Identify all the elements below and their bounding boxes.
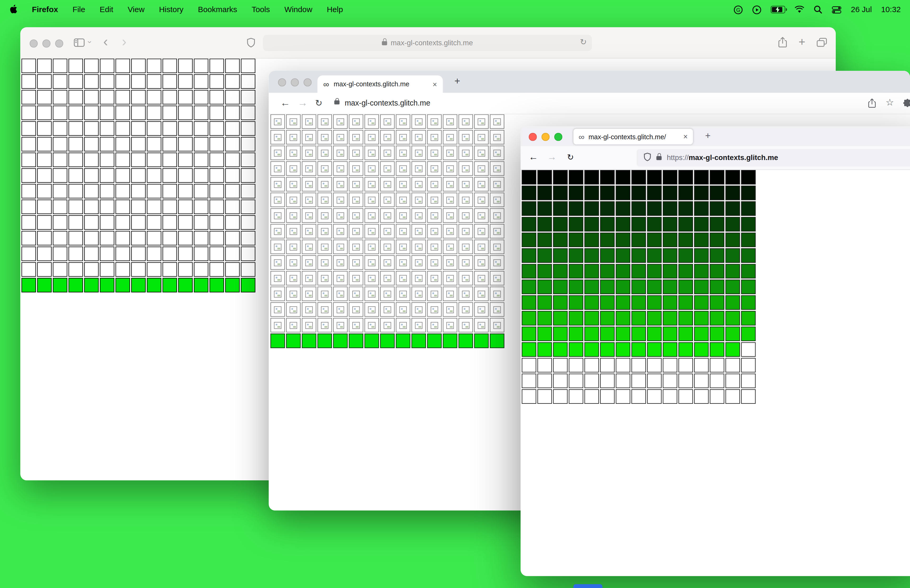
spotlight-search-icon[interactable]	[814, 5, 823, 14]
minimize-window-button[interactable]	[291, 78, 299, 87]
menu-edit[interactable]: Edit	[100, 5, 113, 14]
lock-icon[interactable]	[656, 156, 662, 160]
grid-cell	[679, 233, 693, 247]
close-tab-icon[interactable]: ×	[433, 80, 437, 89]
wifi-icon[interactable]	[795, 6, 805, 13]
broken-image-icon	[415, 244, 423, 250]
grid-cell	[37, 262, 52, 277]
tab-overview-icon[interactable]	[816, 38, 827, 49]
grid-cell	[116, 59, 130, 73]
grid-cell	[364, 287, 379, 301]
grid-cell	[396, 333, 410, 348]
firefox-url-bar[interactable]: https://max-gl-contexts.glitch.me	[637, 149, 910, 166]
grid-cell	[443, 224, 457, 239]
lock-icon[interactable]	[335, 100, 339, 104]
forward-icon[interactable]: →	[298, 98, 307, 108]
grid-cell	[412, 130, 426, 144]
menu-history[interactable]: History	[159, 5, 184, 14]
broken-image-icon	[336, 134, 344, 141]
grid-cell	[694, 342, 709, 357]
grid-cell	[490, 145, 504, 160]
menu-date[interactable]: 26 Jul	[851, 5, 872, 14]
reload-icon[interactable]: ↻	[567, 153, 574, 162]
zoom-window-button[interactable]	[55, 39, 63, 48]
menu-window[interactable]: Window	[284, 5, 312, 14]
grid-cell	[396, 224, 410, 239]
zoom-window-button[interactable]	[554, 133, 562, 141]
share-icon[interactable]	[868, 98, 876, 110]
minimize-window-button[interactable]	[541, 133, 550, 141]
new-tab-icon[interactable]: +	[798, 35, 805, 49]
reload-icon[interactable]: ↻	[580, 37, 587, 46]
bookmark-star-icon[interactable]: ☆	[886, 98, 894, 107]
browser-tab[interactable]: ∞ max-gl-contexts.glitch.me ×	[318, 76, 443, 93]
broken-image-icon	[289, 275, 297, 282]
tracking-shield-icon[interactable]	[643, 153, 651, 163]
menu-app-firefox[interactable]: Firefox	[32, 5, 58, 14]
grid-cell	[241, 184, 255, 199]
grid-cell	[537, 248, 552, 263]
url-text[interactable]: max-gl-contexts.glitch.me	[345, 99, 430, 107]
new-tab-button[interactable]: +	[454, 76, 460, 86]
grid-cell	[178, 278, 193, 292]
broken-image-icon	[430, 118, 438, 125]
menu-help[interactable]: Help	[327, 5, 343, 14]
grid-cell	[490, 177, 504, 191]
grid-cell	[679, 342, 693, 357]
chevron-down-icon[interactable]: ›	[89, 38, 91, 46]
grid-cell	[600, 311, 614, 325]
apple-menu-icon[interactable]	[9, 4, 18, 15]
menu-bookmarks[interactable]: Bookmarks	[198, 5, 237, 14]
grid-cell	[694, 326, 709, 341]
extensions-puzzle-icon[interactable]	[903, 99, 910, 110]
back-icon[interactable]: ‹	[103, 35, 108, 49]
grid-cell	[537, 264, 552, 278]
forward-icon[interactable]: ›	[122, 35, 127, 49]
back-icon[interactable]: ←	[529, 153, 538, 162]
grid-cell	[68, 168, 83, 183]
grid-cell	[162, 215, 177, 230]
minimize-window-button[interactable]	[42, 39, 50, 48]
grid-cell	[710, 233, 724, 247]
forward-icon[interactable]: →	[547, 153, 556, 162]
close-window-button[interactable]	[29, 39, 38, 48]
grid-cell	[380, 287, 395, 301]
reload-icon[interactable]: ↻	[315, 99, 323, 107]
now-playing-icon[interactable]	[752, 5, 761, 14]
grid-cell	[333, 255, 348, 270]
menu-tools[interactable]: Tools	[252, 5, 270, 14]
zoom-window-button[interactable]	[304, 78, 312, 87]
grid-cell	[412, 271, 426, 285]
broken-image-icon	[446, 291, 454, 297]
grid-cell	[474, 208, 489, 223]
close-tab-icon[interactable]: ×	[683, 132, 688, 141]
google-menu-extra-icon[interactable]: G	[734, 5, 743, 14]
dock-app-peek[interactable]	[574, 584, 603, 588]
grid-cell	[162, 231, 177, 245]
battery-icon[interactable]	[771, 5, 785, 13]
browser-tab[interactable]: ∞ max-gl-contexts.glitch.me/ ×	[574, 129, 693, 144]
menu-time[interactable]: 10:32	[881, 5, 900, 14]
sidebar-icon[interactable]	[74, 38, 85, 49]
grid-cell	[585, 170, 599, 184]
grid-cell	[553, 342, 568, 357]
grid-cell	[585, 186, 599, 200]
broken-image-icon	[305, 134, 313, 141]
grid-cell	[333, 162, 348, 176]
grid-cell	[694, 233, 709, 247]
back-icon[interactable]: ←	[280, 98, 290, 108]
broken-image-icon	[446, 322, 454, 329]
share-icon[interactable]	[777, 37, 787, 50]
menu-file[interactable]: File	[73, 5, 85, 14]
grid-cell	[647, 373, 662, 388]
menu-view[interactable]: View	[128, 5, 145, 14]
control-center-icon[interactable]	[832, 5, 842, 14]
safari-url-field[interactable]: max-gl-contexts.glitch.me ↻	[263, 35, 592, 51]
close-window-button[interactable]	[529, 133, 537, 141]
grid-cell	[694, 389, 709, 404]
grid-cell	[131, 121, 145, 136]
broken-image-icon	[384, 197, 391, 204]
new-tab-button[interactable]: +	[705, 131, 711, 140]
broken-image-icon	[462, 118, 469, 125]
close-window-button[interactable]	[278, 78, 286, 87]
